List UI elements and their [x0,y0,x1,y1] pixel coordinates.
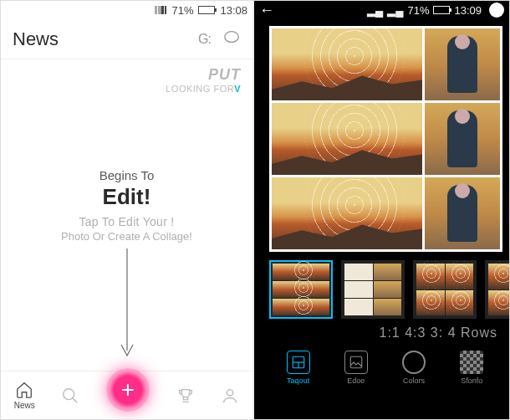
layout-option-2[interactable] [341,260,405,319]
battery-percent: 71% [407,4,429,17]
nav-news-label: News [14,401,35,410]
svg-point-4 [227,389,233,395]
hint-line3: Tap To Edit Your ! [1,215,252,228]
layout-thumbnails [254,252,509,322]
nav-trophy[interactable] [176,387,195,405]
add-fab-button[interactable]: + [106,368,150,412]
left-header: News G: [1,19,252,59]
photo-sunset[interactable] [272,177,422,249]
hint-arrow-icon [119,248,135,361]
collage-row [272,28,500,100]
collage-grid [269,26,502,252]
bottom-nav: News + [1,371,252,419]
layout-option-1[interactable] [269,260,333,319]
battery-icon [433,6,450,14]
layout-icon [287,351,310,374]
news-app-screen: 71% 13:08 News G: PUT LOOKING FORV Begin… [1,1,254,419]
promo-line1: PUT [166,66,241,84]
nav-profile[interactable] [221,387,239,405]
promo-line2: LOOKING FORV [166,84,241,94]
photo-person[interactable] [425,103,500,175]
battery-percent: 71% [171,4,193,17]
promo-banner: PUT LOOKING FORV [166,66,241,94]
person-icon [221,387,239,405]
collage-editor-screen: ← ▂▄ ▂▄ 71% 13:09 [254,1,509,419]
header-actions: G: [198,28,241,50]
signal-icon-2: ▂▄ [387,4,403,17]
tool-colors[interactable]: Colors [402,351,426,385]
tool-layout-label: Taqout [287,376,309,385]
photo-person[interactable] [425,28,500,100]
back-button[interactable]: ← [259,2,274,19]
svg-point-2 [64,388,74,399]
checker-icon [460,351,483,374]
tool-background[interactable]: Sfonfo [460,351,483,385]
image-icon [344,351,368,374]
layout-option-4[interactable] [485,260,509,319]
empty-state-hint: Begins To Edit! Tap To Edit Your ! Photo… [1,168,252,243]
collage-row [272,177,500,249]
tool-layout[interactable]: Taqout [287,351,310,385]
svg-line-3 [73,397,78,402]
layout-option-3[interactable] [413,260,477,319]
signal-icon [155,6,166,14]
home-icon [15,381,33,399]
signal-icon: ▂▄ [367,4,383,17]
page-title: News [13,28,59,50]
status-bar-right: ← ▂▄ ▂▄ 71% 13:09 [254,1,509,19]
hint-line1: Begins To [1,168,252,182]
hint-line2: Edit! [1,184,252,210]
plus-icon: + [121,376,135,403]
photo-sunset[interactable] [272,103,422,175]
clock: 13:09 [454,4,482,17]
tool-colors-label: Colors [403,376,425,385]
status-bar-left: 71% 13:08 [1,1,252,19]
tool-edge-label: Edoe [347,376,365,385]
photo-person[interactable] [425,177,500,249]
trophy-icon [176,387,195,405]
gz-button[interactable]: G: [198,32,211,47]
battery-icon [198,6,215,14]
clock: 13:08 [220,4,247,17]
nav-search[interactable] [61,387,79,405]
editor-toolbar: Taqout Edoe Colors Sfonfo [254,346,509,388]
circle-icon [402,351,426,374]
tool-edge[interactable]: Edoe [344,351,368,385]
chat-icon[interactable] [222,28,241,50]
aspect-ratio-row[interactable]: 1:1 4:3 3: 4 Rows [254,322,509,346]
avatar[interactable] [489,3,504,18]
hint-line4: Photo Or Create A Collage! [1,230,252,243]
photo-sunset[interactable] [272,28,422,100]
svg-rect-8 [350,356,362,368]
collage-preview[interactable] [269,26,502,252]
search-icon [61,387,79,405]
collage-row [272,103,500,175]
tool-background-label: Sfonfo [461,376,482,385]
nav-news[interactable]: News [14,381,35,410]
status-right-group: ▂▄ ▂▄ 71% 13:09 [367,3,504,18]
